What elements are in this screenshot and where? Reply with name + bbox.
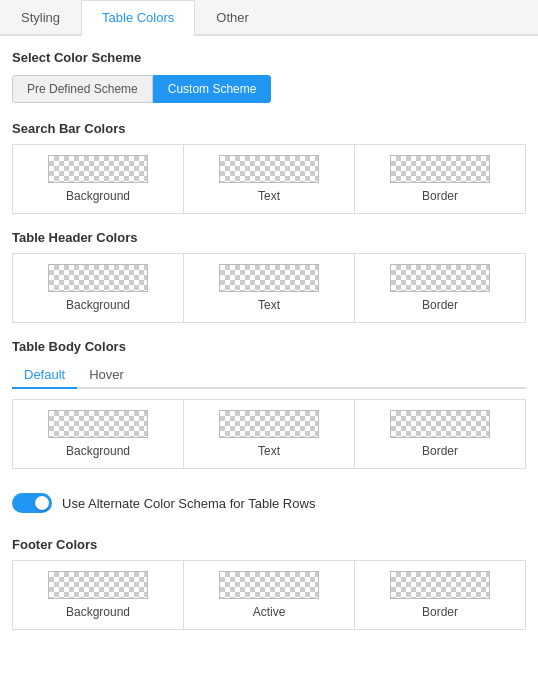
footer-color-row: Background Active Border (12, 560, 526, 630)
tab-bar: Styling Table Colors Other (0, 0, 538, 36)
table-header-color-row: Background Text Border (12, 253, 526, 323)
footer-active-swatch[interactable] (219, 571, 319, 599)
header-border-label: Border (422, 298, 458, 312)
main-content: Select Color Scheme Pre Defined Scheme C… (0, 36, 538, 660)
header-bg-label: Background (66, 298, 130, 312)
footer-bg-cell: Background (13, 561, 184, 629)
body-text-swatch[interactable] (219, 410, 319, 438)
search-text-label: Text (258, 189, 280, 203)
body-text-label: Text (258, 444, 280, 458)
tab-styling[interactable]: Styling (0, 0, 81, 34)
tab-other[interactable]: Other (195, 0, 270, 34)
body-sub-tabs: Default Hover (12, 362, 526, 389)
footer-colors-section: Footer Colors Background Active Border (12, 537, 526, 630)
header-bg-swatch[interactable] (48, 264, 148, 292)
body-bg-swatch[interactable] (48, 410, 148, 438)
body-bg-label: Background (66, 444, 130, 458)
header-bg-cell: Background (13, 254, 184, 322)
search-text-cell: Text (184, 145, 355, 213)
footer-border-swatch[interactable] (390, 571, 490, 599)
body-bg-cell: Background (13, 400, 184, 468)
footer-border-label: Border (422, 605, 458, 619)
search-bar-colors-section: Search Bar Colors Background Text Border (12, 121, 526, 214)
table-header-colors-section: Table Header Colors Background Text Bord… (12, 230, 526, 323)
search-bg-swatch[interactable] (48, 155, 148, 183)
table-body-colors-section: Table Body Colors Default Hover Backgrou… (12, 339, 526, 469)
header-text-cell: Text (184, 254, 355, 322)
footer-active-cell: Active (184, 561, 355, 629)
body-border-cell: Border (355, 400, 525, 468)
body-border-swatch[interactable] (390, 410, 490, 438)
search-text-swatch[interactable] (219, 155, 319, 183)
footer-bg-swatch[interactable] (48, 571, 148, 599)
table-body-colors-title: Table Body Colors (12, 339, 526, 354)
footer-border-cell: Border (355, 561, 525, 629)
sub-tab-hover[interactable]: Hover (77, 362, 136, 387)
header-text-swatch[interactable] (219, 264, 319, 292)
search-bg-label: Background (66, 189, 130, 203)
sub-tab-default[interactable]: Default (12, 362, 77, 389)
color-scheme-title: Select Color Scheme (12, 50, 526, 65)
footer-bg-label: Background (66, 605, 130, 619)
header-text-label: Text (258, 298, 280, 312)
alternate-color-toggle-row: Use Alternate Color Schema for Table Row… (12, 485, 526, 521)
body-text-cell: Text (184, 400, 355, 468)
footer-active-label: Active (253, 605, 286, 619)
toggle-thumb (35, 496, 49, 510)
search-border-swatch[interactable] (390, 155, 490, 183)
body-border-label: Border (422, 444, 458, 458)
table-body-color-row: Background Text Border (12, 399, 526, 469)
footer-colors-title: Footer Colors (12, 537, 526, 552)
search-border-cell: Border (355, 145, 525, 213)
search-bg-cell: Background (13, 145, 184, 213)
alternate-color-label: Use Alternate Color Schema for Table Row… (62, 496, 315, 511)
predefined-scheme-button[interactable]: Pre Defined Scheme (12, 75, 153, 103)
tab-table-colors[interactable]: Table Colors (81, 0, 195, 36)
table-header-colors-title: Table Header Colors (12, 230, 526, 245)
scheme-buttons: Pre Defined Scheme Custom Scheme (12, 75, 526, 103)
alternate-color-toggle[interactable] (12, 493, 52, 513)
search-border-label: Border (422, 189, 458, 203)
header-border-swatch[interactable] (390, 264, 490, 292)
custom-scheme-button[interactable]: Custom Scheme (153, 75, 272, 103)
search-bar-colors-title: Search Bar Colors (12, 121, 526, 136)
header-border-cell: Border (355, 254, 525, 322)
search-bar-color-row: Background Text Border (12, 144, 526, 214)
